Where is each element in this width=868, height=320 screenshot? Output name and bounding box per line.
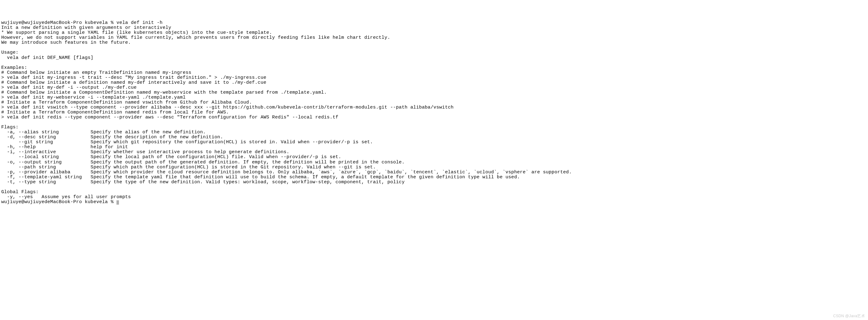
- help-intro-1: Init a new definition with given argumen…: [1, 25, 171, 30]
- examples-header: Examples:: [1, 65, 27, 70]
- example-cmd-1: > vela def init my-ingress -t trait --de…: [1, 75, 267, 80]
- usage-header: Usage:: [1, 50, 19, 55]
- global-flags-header: Global Flags:: [1, 190, 39, 195]
- example-comment-4: # Initiate a Terraform ComponentDefiniti…: [1, 100, 252, 105]
- usage-line: vela def init DEF_NAME [flags]: [1, 55, 94, 60]
- example-cmd-5: > vela def init redis --type component -…: [1, 115, 338, 120]
- prompt-line-2[interactable]: wujiuye@wujiuyedeMacBook-Pro kubevela %: [1, 199, 119, 205]
- flag-desc: -d, --desc string Specify the descriptio…: [1, 135, 223, 140]
- flag-output: -o, --output string Specify the output p…: [1, 160, 405, 165]
- prompt-text: wujiuye@wujiuyedeMacBook-Pro kubevela %: [1, 199, 117, 205]
- cursor-icon: [117, 200, 119, 205]
- global-flag-yes: -y, --yes Assume yes for all user prompt…: [1, 195, 131, 200]
- example-cmd-3: > vela def init my-webservice -i --templ…: [1, 95, 186, 100]
- flag-path: --path string Specify which path the con…: [1, 165, 376, 170]
- help-intro-4: We may introduce such features in the fu…: [1, 40, 131, 45]
- example-comment-1: # Command below initiate an empty TraitD…: [1, 70, 191, 75]
- example-comment-2: # Command below initiate a definition na…: [1, 80, 267, 85]
- flag-template-yaml: -f, --template-yaml string Specify the t…: [1, 175, 520, 180]
- help-intro-2: * We support parsing a single YAML file …: [1, 30, 272, 35]
- flag-provider: -p, --provider alibaba Specify which pro…: [1, 170, 572, 175]
- flag-type: -t, --type string Specify the type of th…: [1, 179, 405, 185]
- example-cmd-2: > vela def init my-def -i --output ./my-…: [1, 85, 136, 90]
- prompt-line: wujiuye@wujiuyedeMacBook-Pro kubevela % …: [1, 20, 163, 25]
- example-comment-3: # Command below initiate a ComponentDefi…: [1, 90, 327, 95]
- example-comment-5: # Initiate a Terraform ComponentDefiniti…: [1, 110, 229, 115]
- flag-interactive: -i, --interactive Specify whether use in…: [1, 149, 289, 155]
- flag-help: -h, --help help for init: [1, 145, 128, 150]
- flag-local: --local string Specify the local path of…: [1, 154, 341, 160]
- example-cmd-4: > vela def init vswitch --type component…: [1, 105, 454, 110]
- flags-header: Flags:: [1, 125, 19, 130]
- terminal-output: wujiuye@wujiuyedeMacBook-Pro kubevela % …: [1, 21, 867, 205]
- help-intro-3: However, we do not support variables in …: [1, 35, 390, 40]
- flag-git: --git string Specify which git repositor…: [1, 140, 373, 145]
- flag-alias: -a, --alias string Specify the alias of …: [1, 129, 206, 135]
